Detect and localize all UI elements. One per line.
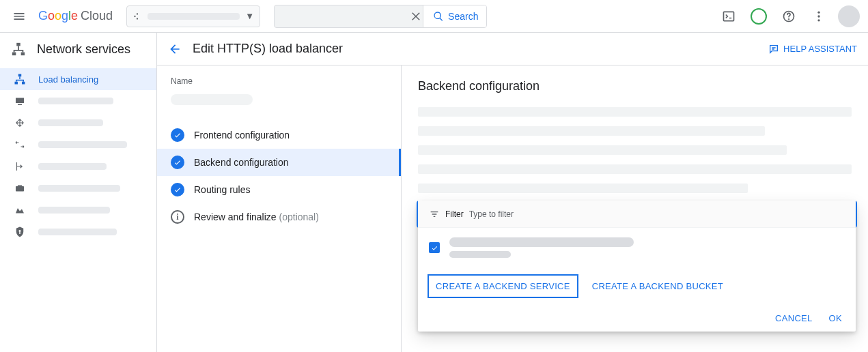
name-field-label: Name — [171, 76, 387, 86]
nav-icon-6 — [14, 182, 26, 194]
info-icon: i — [171, 210, 184, 224]
terminal-icon — [722, 10, 736, 23]
account-button[interactable] — [835, 3, 863, 30]
svg-rect-12 — [18, 74, 22, 77]
name-value-redacted — [171, 94, 253, 105]
more-button[interactable] — [805, 3, 832, 30]
option-text — [449, 237, 634, 258]
nav-icon-8 — [14, 226, 26, 238]
create-backend-service-button[interactable]: CREATE A BACKEND SERVICE — [428, 274, 578, 298]
cancel-button[interactable]: CANCEL — [775, 313, 813, 323]
step-label: Backend configuration — [194, 157, 289, 168]
nav-label-redacted — [38, 119, 103, 126]
svg-rect-19 — [19, 232, 20, 234]
sidebar-title: Network services — [0, 33, 156, 65]
svg-point-7 — [817, 15, 820, 17]
checkbox-checked[interactable] — [429, 242, 440, 253]
nav-item-3[interactable] — [0, 112, 156, 134]
redacted-text — [418, 145, 787, 155]
redacted-text — [418, 164, 852, 174]
content: Name Frontend configuration Backend conf… — [157, 65, 868, 352]
nav-label-redacted — [38, 98, 113, 104]
step-label: Review and finalize (optional) — [194, 211, 319, 222]
help-icon — [782, 10, 796, 23]
logo[interactable]: Google Cloud — [38, 9, 113, 23]
ok-button[interactable]: OK — [829, 313, 842, 323]
step-review-finalize[interactable]: i Review and finalize (optional) — [171, 203, 387, 231]
avatar-icon — [838, 5, 860, 27]
svg-point-5 — [789, 18, 789, 19]
option-name-redacted — [449, 237, 634, 247]
nav-item-7[interactable] — [0, 199, 156, 221]
nav-label-redacted — [38, 141, 127, 148]
top-utility-icons — [715, 3, 863, 30]
search-button[interactable]: Search — [423, 5, 487, 27]
kebab-icon — [812, 10, 826, 23]
help-button[interactable] — [775, 3, 802, 30]
check-icon — [431, 244, 438, 252]
sidebar: Network services Load balancing — [0, 33, 157, 352]
check-icon — [171, 183, 184, 196]
svg-rect-9 — [16, 43, 20, 46]
page-title: Edit HTTP(S) load balancer — [193, 42, 757, 56]
filter-label: Filter — [445, 209, 464, 219]
redacted-text — [418, 107, 852, 117]
svg-rect-10 — [12, 53, 16, 56]
svg-rect-14 — [22, 82, 25, 85]
arrow-left-icon — [168, 42, 182, 56]
redacted-text — [418, 126, 765, 136]
close-icon — [410, 10, 423, 23]
nav: Load balancing — [0, 65, 156, 243]
page-header: Edit HTTP(S) load balancer HELP ASSISTAN… — [157, 33, 868, 65]
hamburger-icon — [12, 10, 26, 23]
help-assistant-button[interactable]: HELP ASSISTANT — [768, 44, 857, 55]
nav-item-load-balancing[interactable]: Load balancing — [0, 68, 156, 90]
nav-icon-3 — [14, 117, 26, 129]
chat-icon — [768, 44, 779, 55]
nav-item-4[interactable] — [0, 134, 156, 156]
create-backend-bucket-button[interactable]: CREATE A BACKEND BUCKET — [592, 281, 723, 291]
check-icon — [171, 128, 184, 142]
nav-icon-2 — [14, 95, 26, 107]
cloud-shell-button[interactable] — [715, 3, 742, 30]
project-icon — [132, 12, 142, 21]
search-clear-button[interactable] — [410, 5, 423, 27]
svg-point-1 — [137, 13, 138, 14]
green-circle-icon — [751, 8, 767, 25]
svg-rect-16 — [18, 104, 22, 106]
nav-item-6[interactable] — [0, 177, 156, 199]
body: Network services Load balancing — [0, 33, 868, 352]
nav-label-redacted — [38, 185, 120, 192]
project-selector[interactable]: ▼ — [126, 5, 260, 27]
nav-item-2[interactable] — [0, 90, 156, 112]
filter-icon — [429, 209, 440, 220]
nav-label-redacted — [38, 207, 110, 214]
nav-item-label: Load balancing — [38, 74, 98, 85]
redacted-text — [418, 184, 748, 193]
svg-rect-15 — [16, 98, 24, 104]
nav-item-8[interactable] — [0, 221, 156, 243]
svg-point-18 — [19, 230, 21, 232]
status-indicator[interactable] — [745, 3, 772, 30]
filter-row[interactable]: Filter Type to filter — [418, 201, 856, 228]
step-label: Frontend configuration — [194, 130, 290, 141]
step-frontend-configuration[interactable]: Frontend configuration — [171, 121, 387, 149]
step-routing-rules[interactable]: Routing rules — [171, 176, 387, 203]
option-subtext-redacted — [449, 251, 511, 258]
backend-option-row[interactable] — [418, 228, 856, 267]
search-icon — [433, 11, 444, 22]
svg-rect-3 — [724, 12, 734, 20]
step-label: Routing rules — [194, 184, 251, 195]
search-input[interactable] — [275, 5, 410, 27]
svg-point-0 — [134, 15, 135, 16]
create-actions-row: CREATE A BACKEND SERVICE CREATE A BACKEN… — [418, 267, 856, 305]
menu-button[interactable] — [5, 3, 33, 30]
svg-point-6 — [817, 11, 820, 13]
svg-point-2 — [137, 18, 138, 19]
step-backend-configuration[interactable]: Backend configuration — [157, 149, 401, 176]
svg-rect-17 — [16, 186, 24, 192]
nav-item-5[interactable] — [0, 156, 156, 177]
backend-config-title: Backend configuration — [418, 79, 852, 93]
steps-column: Name Frontend configuration Backend conf… — [157, 65, 402, 352]
back-button[interactable] — [168, 42, 182, 56]
